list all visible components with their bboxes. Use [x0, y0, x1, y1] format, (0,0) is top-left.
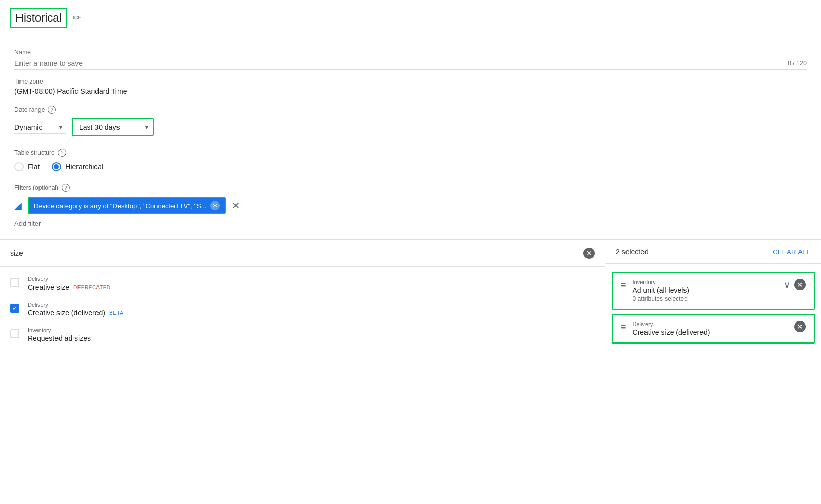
right-panel-header: 2 selected CLEAR ALL	[605, 240, 821, 264]
clear-all-button[interactable]: CLEAR ALL	[773, 248, 811, 256]
creative-size-delivered-category: Delivery	[28, 301, 123, 308]
timezone-value: (GMT-08:00) Pacific Standard Time	[14, 87, 807, 95]
date-range-period-select[interactable]: Last 30 days Last 7 days Last 14 days La…	[72, 118, 154, 136]
left-panel-header: size ✕	[0, 240, 605, 267]
table-row: ✓ Delivery Creative size (delivered) BET…	[0, 296, 605, 322]
radio-flat-outer	[14, 162, 24, 171]
edit-icon[interactable]: ✏	[73, 12, 81, 24]
ad-unit-category: Inventory	[633, 279, 777, 285]
creative-size-delivered-name: Creative size (delivered) BETA	[28, 309, 123, 317]
radio-flat[interactable]: Flat	[14, 162, 40, 171]
radio-flat-label: Flat	[28, 163, 40, 171]
left-panel-title: size	[10, 249, 23, 257]
ad-unit-attr: 0 attributes selected	[633, 295, 777, 303]
checkmark-icon: ✓	[12, 305, 17, 312]
selected-count: 2 selected	[616, 248, 649, 256]
creative-size-delivered-info: Delivery Creative size (delivered) BETA	[28, 301, 123, 317]
expand-icon[interactable]: ∨	[784, 279, 790, 290]
filter-row: ◢ Device category is any of "Desktop", "…	[14, 197, 807, 214]
creative-size-category: Delivery	[28, 276, 111, 282]
filter-chip-close-icon[interactable]: ✕	[210, 201, 220, 210]
date-range-label: Date range ?	[14, 106, 807, 114]
radio-hierarchical-outer	[52, 162, 61, 171]
header: Historical ✏	[0, 0, 821, 36]
filters-help-icon[interactable]: ?	[62, 184, 70, 192]
creative-delivered-actions: ✕	[794, 321, 806, 332]
filters-text: Filters (optional)	[14, 184, 58, 191]
creative-delivered-remove-icon[interactable]: ✕	[794, 321, 806, 332]
table-structure-text: Table structure	[14, 149, 55, 156]
table-structure-label: Table structure ?	[14, 149, 807, 157]
add-filter-link[interactable]: Add filter	[14, 219, 807, 227]
creative-size-name: Creative size DEPRECATED	[28, 283, 111, 291]
deprecated-badge: DEPRECATED	[73, 285, 111, 290]
date-range-period-wrapper: Last 30 days Last 7 days Last 14 days La…	[72, 118, 154, 136]
creative-delivered-name: Creative size (delivered)	[633, 328, 788, 336]
filter-remove-icon[interactable]: ✕	[232, 200, 240, 211]
date-range-type-select[interactable]: Dynamic Fixed	[14, 121, 66, 134]
left-panel-close-icon[interactable]: ✕	[583, 248, 595, 259]
ad-unit-info: Inventory Ad unit (all levels) 0 attribu…	[633, 279, 777, 303]
requested-ad-sizes-info: Inventory Requested ad sizes	[28, 327, 91, 342]
left-panel-body: Delivery Creative size DEPRECATED ✓ Deli…	[0, 267, 605, 352]
left-panel: size ✕ Delivery Creative size DEPRECATED…	[0, 240, 605, 352]
timezone-label: Time zone	[14, 78, 807, 85]
date-range-type-wrapper: Dynamic Fixed ▼	[14, 121, 66, 134]
creative-delivered-info: Delivery Creative size (delivered)	[633, 321, 788, 336]
filter-chip-text: Device category is any of "Desktop", "Co…	[34, 202, 206, 210]
drag-handle-icon[interactable]: ≡	[621, 280, 627, 291]
right-panel-body: ≡ Inventory Ad unit (all levels) 0 attri…	[605, 264, 821, 352]
filter-funnel-icon: ◢	[14, 200, 22, 211]
creative-size-checkbox[interactable]	[10, 278, 19, 287]
table-row: Delivery Creative size DEPRECATED	[0, 271, 605, 296]
beta-badge: BETA	[109, 310, 123, 316]
requested-ad-sizes-category: Inventory	[28, 327, 91, 333]
list-item: ≡ Delivery Creative size (delivered) ✕	[612, 314, 815, 344]
requested-ad-sizes-checkbox[interactable]	[10, 329, 19, 338]
page-title: Historical	[10, 8, 67, 28]
ad-unit-remove-icon[interactable]: ✕	[794, 279, 806, 290]
table-row: Inventory Requested ad sizes	[0, 322, 605, 348]
creative-size-info: Delivery Creative size DEPRECATED	[28, 276, 111, 291]
date-range-help-icon[interactable]: ?	[48, 106, 56, 114]
bottom-panel: size ✕ Delivery Creative size DEPRECATED…	[0, 240, 821, 352]
date-range-text: Date range	[14, 106, 45, 113]
list-item: ≡ Inventory Ad unit (all levels) 0 attri…	[612, 272, 815, 310]
filter-chip[interactable]: Device category is any of "Desktop", "Co…	[28, 197, 226, 214]
radio-hierarchical-inner	[54, 164, 59, 169]
table-structure-help-icon[interactable]: ?	[58, 149, 66, 157]
ad-unit-actions: ∨ ✕	[784, 279, 806, 290]
date-range-row: Dynamic Fixed ▼ Last 30 days Last 7 days…	[14, 118, 807, 136]
table-structure-radio-group: Flat Hierarchical	[14, 162, 807, 171]
name-label: Name	[14, 49, 807, 56]
creative-size-delivered-checkbox[interactable]: ✓	[10, 304, 19, 313]
char-count: 0 / 120	[788, 59, 807, 67]
creative-delivered-category: Delivery	[633, 321, 788, 327]
ad-unit-name: Ad unit (all levels)	[633, 286, 777, 294]
drag-handle-icon[interactable]: ≡	[621, 322, 627, 333]
requested-ad-sizes-name: Requested ad sizes	[28, 334, 91, 342]
filters-label: Filters (optional) ?	[14, 184, 807, 192]
radio-hierarchical-label: Hierarchical	[65, 163, 103, 171]
name-input[interactable]	[14, 59, 781, 67]
radio-hierarchical[interactable]: Hierarchical	[52, 162, 103, 171]
right-panel: 2 selected CLEAR ALL ≡ Inventory Ad unit…	[605, 240, 821, 352]
name-input-row: 0 / 120	[14, 59, 807, 70]
form-section: Name 0 / 120 Time zone (GMT-08:00) Pacif…	[0, 36, 821, 240]
